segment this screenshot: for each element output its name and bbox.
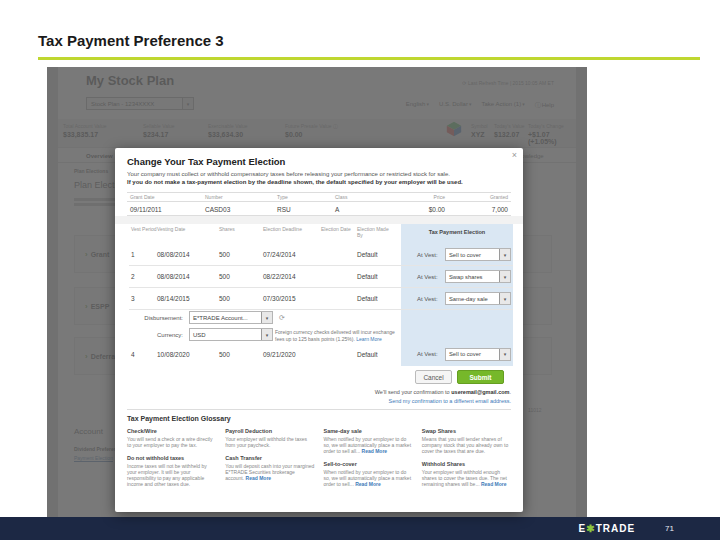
vest-row-4: 4 10/08/2020 500 09/21/2020 Default At V… [129,343,513,365]
read-more-link[interactable]: Read More [362,448,388,454]
election-dropdown-4[interactable]: Sell to cover ▾ [445,348,511,361]
chevron-down-icon: ▾ [499,249,510,260]
modal-intro-bold-text: If you do not make a tax-payment electio… [127,179,511,185]
grant-table-header: Grant Date Number Type Class Price Grant… [127,192,511,202]
vest-row-1: 1 08/08/2014 500 07/24/2014 Default At V… [129,244,513,266]
title-underline [38,57,700,60]
election-dropdown-1[interactable]: Sell to cover ▾ [445,248,511,261]
page-number: 71 [665,524,674,533]
glossary-entry: Withhold Shares Your employer will withh… [422,461,511,487]
confirmation-email: useremail@gmail.com [451,389,509,395]
vest-table-header: Vest Period Vesting Date Shares Election… [129,226,513,244]
at-vest-label: At Vest: [417,274,445,280]
glossary-entry: Same-day sale When notified by your empl… [324,428,413,454]
currency-dropdown[interactable]: USD ▾ [189,328,273,341]
glossary-column: Same-day sale When notified by your empl… [324,428,413,495]
chevron-down-icon: ▾ [499,349,510,360]
at-vest-label: At Vest: [417,296,445,302]
glossary-entry: Check/Wire You will send a check or a wi… [127,428,216,448]
etrade-star-icon: ✱ [586,523,595,534]
grant-table-row: 09/11/2011 CASD03 RSU A $0.00 7,000 [127,203,511,216]
modal-intro-text: Your company must collect or withhold co… [127,171,511,177]
close-icon[interactable]: × [512,150,517,160]
chevron-down-icon: ▾ [261,329,272,340]
glossary-entry: Sell-to-cover When notified by your empl… [324,461,413,487]
learn-more-link[interactable]: Learn More [356,336,382,342]
glossary-column: Payroll Deduction Your employer will wit… [225,428,314,495]
glossary-entry: Payroll Deduction Your employer will wit… [225,428,314,448]
currency-label: Currency: [133,332,183,338]
vest-row-2: 2 08/08/2014 500 08/22/2014 Default At V… [129,266,513,288]
spinner-icon: ⟳ [279,314,285,322]
at-vest-label: At Vest: [417,252,445,258]
slide-title: Tax Payment Preference 3 [38,32,224,49]
modal-title: Change Your Tax Payment Election [127,156,285,167]
read-more-link[interactable]: Read More [246,475,272,481]
disbursement-dropdown[interactable]: E*TRADE Account... ▾ [189,311,273,324]
glossary-grid: Check/Wire You will send a check or a wi… [127,428,511,495]
etrade-logo: E✱TRADE [579,523,636,534]
election-dropdown-3[interactable]: Same-day sale ▾ [445,292,511,305]
glossary-divider [127,409,511,410]
glossary-entry: Swap Shares Means that you will tender s… [422,428,511,454]
vest-row-3: 3 08/14/2015 500 07/30/2015 Default At V… [129,288,513,310]
read-more-link[interactable]: Read More [355,481,381,487]
slide-footer: E✱TRADE 71 [0,517,720,540]
disbursement-row: Disbursement: E*TRADE Account... ▾ [133,311,273,324]
chevron-down-icon: ▾ [499,293,510,304]
glossary-column: Swap Shares Means that you will tender s… [422,428,511,495]
chevron-down-icon: ▾ [261,312,272,323]
at-vest-label: At Vest: [417,351,445,357]
currency-row: Currency: USD ▾ [133,328,273,341]
disbursement-label: Disbursement: [133,315,183,321]
glossary-entry: Cash Transfer You will deposit cash into… [225,455,314,481]
election-dropdown-2[interactable]: Swap shares ▾ [445,270,511,283]
table-divider-band [115,216,523,224]
confirmation-text: We'll send your confirmation to useremai… [375,389,511,395]
change-email-link[interactable]: Send my confirmation to a different emai… [389,398,512,404]
chevron-down-icon: ▾ [499,271,510,282]
glossary-title: Tax Payment Election Glossary [127,415,231,422]
cancel-button[interactable]: Cancel [415,370,452,384]
slide: Tax Payment Preference 3 My Stock Plan ⟳… [0,0,720,540]
read-more-link[interactable]: Read More [481,481,507,487]
foreign-currency-note: Foreign currency checks delivered will i… [275,329,397,342]
submit-button[interactable]: Submit [457,370,504,384]
glossary-entry: Do not withhold taxes Income taxes will … [127,455,216,488]
tax-payment-election-modal: × Change Your Tax Payment Election Your … [115,148,523,512]
glossary-column: Check/Wire You will send a check or a wi… [127,428,216,495]
